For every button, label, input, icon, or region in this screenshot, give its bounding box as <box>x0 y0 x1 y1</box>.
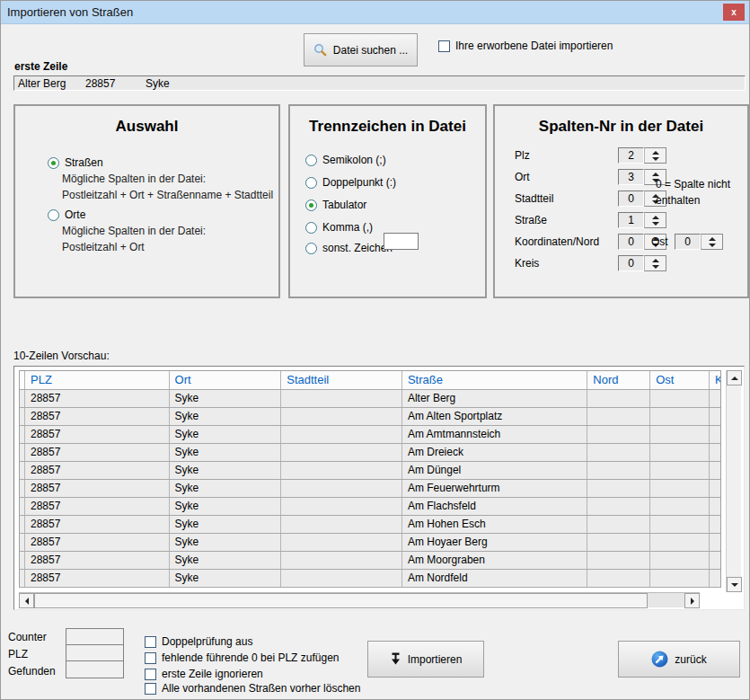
cell-plz[interactable]: 28857 <box>25 516 170 533</box>
cell-ost[interactable] <box>650 480 710 497</box>
purchased-file-checkbox[interactable]: Ihre erworbene Datei importieren <box>438 40 613 52</box>
cell-kreis[interactable] <box>710 498 720 515</box>
cell-plz[interactable]: 28857 <box>25 534 170 551</box>
cell-nord[interactable] <box>587 462 650 479</box>
scroll-left-button[interactable] <box>19 593 34 608</box>
spinner-down-icon[interactable] <box>652 157 659 161</box>
column-header-ost[interactable]: Ost <box>650 371 710 389</box>
checkbox-alle-loeschen[interactable]: Alle vorhandenen Straßen vorher löschen <box>145 682 360 695</box>
radio-semikolon[interactable]: Semikolon (;) <box>305 154 386 166</box>
cell-stadtteil[interactable] <box>281 462 402 479</box>
first-line-field[interactable]: Alter Berg 28857 Syke <box>13 75 746 91</box>
checkbox-fuehrende-null[interactable]: fehlende führende 0 bei PLZ zufügen <box>145 651 339 664</box>
cell-nord[interactable] <box>587 390 650 407</box>
spinner-down-icon[interactable] <box>652 222 659 226</box>
cell-ort[interactable]: Syke <box>170 516 282 533</box>
checkbox-box[interactable] <box>145 652 156 664</box>
cell-ost[interactable] <box>650 498 710 515</box>
cell-nord[interactable] <box>587 516 650 533</box>
cell-stadtteil[interactable] <box>281 444 402 461</box>
spinner-down-icon[interactable] <box>709 244 716 247</box>
table-row[interactable]: 28857 Syke Am Hohen Esch <box>20 516 720 534</box>
cell-strasse[interactable]: Am Dreieck <box>402 444 587 461</box>
checkbox-box[interactable] <box>145 636 156 648</box>
spinner-up-icon[interactable] <box>652 173 659 176</box>
cell-strasse[interactable]: Am Alten Sportplatz <box>402 408 587 425</box>
radio-circle-icon[interactable] <box>305 199 317 211</box>
cell-stadtteil[interactable] <box>281 480 402 497</box>
column-header-stadtteil[interactable]: Stadtteil <box>281 371 402 389</box>
table-row[interactable]: 28857 Syke Am Hoyaer Berg <box>20 534 720 552</box>
cell-stadtteil[interactable] <box>281 426 402 443</box>
cell-strasse[interactable]: Am Flachsfeld <box>402 498 587 515</box>
cell-ost[interactable] <box>650 426 710 443</box>
ost-spinner[interactable]: 0 <box>675 234 723 250</box>
checkbox-box[interactable] <box>145 683 156 695</box>
close-button[interactable]: x <box>723 4 745 21</box>
cell-nord[interactable] <box>587 534 650 551</box>
cell-ost[interactable] <box>650 390 710 407</box>
scroll-up-button[interactable] <box>727 370 742 385</box>
plz-spinner[interactable]: 2 <box>618 147 666 164</box>
cell-kreis[interactable] <box>710 570 720 587</box>
radio-strassen[interactable]: Straßen <box>48 156 103 169</box>
cell-plz[interactable]: 28857 <box>25 462 170 479</box>
cell-plz[interactable]: 28857 <box>25 408 170 425</box>
cell-nord[interactable] <box>587 570 650 587</box>
cell-strasse[interactable]: Am Hohen Esch <box>402 516 587 533</box>
cell-nord[interactable] <box>587 480 650 497</box>
cell-stadtteil[interactable] <box>281 390 402 407</box>
cell-ost[interactable] <box>650 570 710 587</box>
cell-strasse[interactable]: Am Moorgraben <box>402 552 587 569</box>
cell-strasse[interactable]: Am Hoyaer Berg <box>402 534 587 551</box>
table-row[interactable]: 28857 Syke Am Flachsfeld <box>20 498 720 516</box>
spinner-up-icon[interactable] <box>652 151 659 155</box>
spinner-buttons[interactable] <box>644 212 666 228</box>
cell-stadtteil[interactable] <box>281 552 402 569</box>
radio-circle-icon[interactable] <box>305 155 317 166</box>
cell-kreis[interactable] <box>710 534 720 551</box>
radio-komma[interactable]: Komma (,) <box>305 221 373 234</box>
cell-ort[interactable]: Syke <box>170 390 282 407</box>
cell-kreis[interactable] <box>710 516 720 533</box>
spinner-value[interactable]: 0 <box>618 234 644 250</box>
radio-circle-icon[interactable] <box>48 157 59 169</box>
spinner-buttons[interactable] <box>701 234 723 250</box>
cell-nord[interactable] <box>587 408 650 425</box>
checkbox-doppelpruefung[interactable]: Doppelprüfung aus <box>145 635 252 648</box>
cell-ost[interactable] <box>650 534 710 551</box>
cell-kreis[interactable] <box>710 390 720 407</box>
spinner-down-icon[interactable] <box>652 265 659 269</box>
spinner-up-icon[interactable] <box>652 259 659 262</box>
cell-nord[interactable] <box>587 444 650 461</box>
scroll-right-button[interactable] <box>684 593 700 608</box>
radio-circle-icon[interactable] <box>48 209 59 221</box>
cell-ort[interactable]: Syke <box>170 534 282 551</box>
search-file-button[interactable]: Datei suchen ... <box>304 33 418 66</box>
cell-nord[interactable] <box>587 426 650 443</box>
spinner-value[interactable]: 3 <box>618 169 644 185</box>
cell-nord[interactable] <box>587 498 650 515</box>
cell-ost[interactable] <box>650 516 710 533</box>
spinner-buttons[interactable] <box>644 147 666 164</box>
table-row[interactable]: 28857 Syke Am Moorgraben <box>20 552 720 570</box>
cell-kreis[interactable] <box>710 426 720 443</box>
table-row[interactable]: 28857 Syke Alter Berg <box>20 390 720 408</box>
table-row[interactable]: 28857 Syke Am Nordfeld <box>20 570 720 588</box>
table-row[interactable]: 28857 Syke Am Feuerwehrturm <box>20 480 720 498</box>
cell-strasse[interactable]: Am Düngel <box>402 462 587 479</box>
cell-strasse[interactable]: Am Feuerwehrturm <box>402 480 587 497</box>
horizontal-scroll-thumb[interactable] <box>34 593 648 608</box>
cell-strasse[interactable]: Am Nordfeld <box>402 570 587 587</box>
cell-plz[interactable]: 28857 <box>25 480 170 497</box>
checkbox-erste-zeile[interactable]: erste Zeile ignorieren <box>145 668 263 680</box>
strasse-spinner[interactable]: 1 <box>618 212 666 228</box>
cell-ort[interactable]: Syke <box>170 462 282 479</box>
column-header-kreis[interactable]: K <box>710 371 720 389</box>
cell-ost[interactable] <box>650 408 710 425</box>
cell-stadtteil[interactable] <box>281 516 402 533</box>
radio-sonst-zeichen[interactable]: sonst. Zeichen <box>305 242 393 254</box>
cell-stadtteil[interactable] <box>281 570 402 587</box>
column-header-plz[interactable]: PLZ <box>25 371 170 389</box>
column-header-ort[interactable]: Ort <box>170 371 282 389</box>
